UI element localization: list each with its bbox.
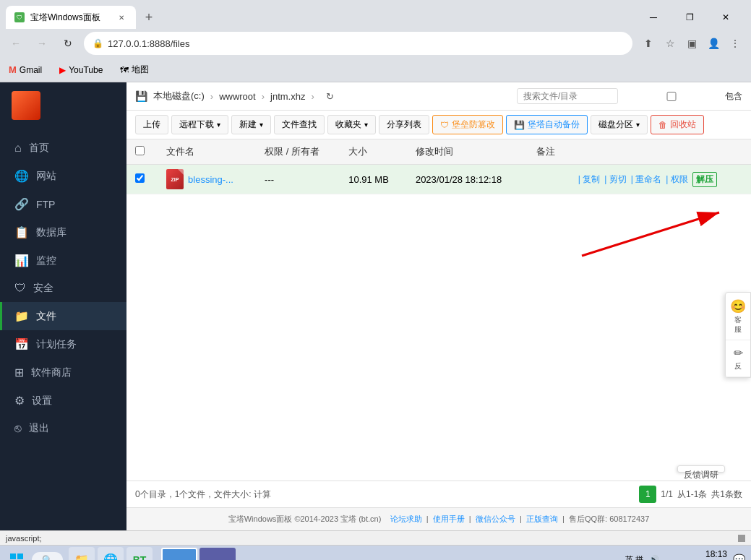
sidebar-item-label: 监控 (36, 254, 56, 267)
extension-icon[interactable]: ▣ (682, 33, 702, 53)
remote-download-button[interactable]: 远程下载 ▾ (171, 115, 228, 134)
license-link[interactable]: 正版查询 (526, 514, 558, 523)
drive-icon: 💾 (135, 90, 147, 102)
search-area: 包含 (517, 88, 742, 104)
tamper-proof-button[interactable]: 🛡 堡垒防篡改 (432, 115, 503, 134)
cron-icon: 📅 (14, 337, 29, 351)
cut-action[interactable]: | 剪切 (604, 173, 626, 186)
bookmark-maps[interactable]: 🗺 地图 (117, 62, 152, 77)
share-list-button[interactable]: 分享列表 (379, 115, 429, 134)
reload-button[interactable]: ↻ (58, 33, 78, 53)
status-text: javascript; (6, 534, 42, 543)
row-checkbox[interactable] (135, 173, 145, 183)
minimize-button[interactable]: ─ (637, 6, 670, 29)
search-input[interactable] (517, 88, 618, 104)
sidebar-item-store[interactable]: ⊞ 软件商店 (0, 358, 126, 387)
select-all-checkbox[interactable] (135, 146, 145, 155)
recycle-icon: 🗑 (658, 120, 667, 130)
recycle-button[interactable]: 🗑 回收站 (651, 115, 704, 134)
upload-button[interactable]: 上传 (135, 115, 168, 134)
preview-2[interactable] (199, 548, 236, 561)
notification-icon[interactable]: 💬 (733, 553, 745, 560)
page-count: 共1条数 (711, 488, 742, 501)
breadcrumb-folder[interactable]: jntm.xhz (270, 91, 305, 102)
include-checkbox[interactable] (621, 92, 722, 101)
logo-image (12, 91, 40, 120)
feedback-tooltip[interactable]: 反馈调研 (677, 465, 725, 473)
sidebar-item-database[interactable]: 📋 数据库 (0, 218, 126, 246)
maximize-button[interactable]: ❐ (673, 6, 706, 29)
profile-icon[interactable]: 👤 (703, 33, 724, 53)
disk-partition-button[interactable]: 磁盘分区 ▾ (591, 115, 648, 134)
find-button[interactable]: 文件查找 (274, 115, 325, 134)
maps-label: 地图 (132, 64, 149, 76)
taskbar-app-bt[interactable]: BT (126, 547, 153, 561)
qq-group: 售后QQ群: 608172437 (569, 514, 649, 523)
row-checkbox-cell[interactable] (126, 165, 158, 194)
sidebar-item-label: 计划任务 (36, 338, 77, 351)
customer-service-button[interactable]: 😊 客服 (726, 293, 750, 340)
row-note-cell (528, 165, 570, 194)
sidebar-item-monitor[interactable]: 📊 监控 (0, 246, 126, 275)
forward-button[interactable]: → (32, 33, 52, 53)
sidebar-item-label: 文件 (36, 310, 56, 323)
sidebar-item-label: 安全 (33, 282, 53, 295)
feedback-button[interactable]: ✏ 反 (726, 340, 750, 377)
bookmark-youtube[interactable]: ▶ YouTube (56, 64, 106, 77)
sidebar-item-files[interactable]: 📁 文件 (0, 302, 126, 330)
sidebar-item-ftp[interactable]: 🔗 FTP (0, 190, 126, 218)
page-current[interactable]: 1 (639, 486, 656, 503)
back-button[interactable]: ← (6, 33, 26, 53)
menu-icon[interactable]: ⋮ (725, 33, 745, 53)
copy-action[interactable]: | 复制 (578, 173, 600, 186)
sidebar-item-website[interactable]: 🌐 网站 (0, 162, 126, 190)
row-name-cell: ZIP blessing-... (158, 165, 256, 194)
bookmark-gmail[interactable]: M Gmail (6, 63, 45, 77)
speaker-icon[interactable]: 🔊 (649, 555, 659, 560)
forum-link[interactable]: 论坛求助 (390, 514, 422, 523)
favorites-button[interactable]: 收藏夹 ▾ (327, 115, 376, 134)
include-checkbox-area[interactable]: 包含 (621, 90, 742, 103)
files-icon: 📁 (14, 309, 29, 323)
wechat-link[interactable]: 微信公众号 (476, 514, 515, 523)
manual-link[interactable]: 使用手册 (433, 514, 465, 523)
taskbar-search[interactable]: 🔍 (32, 552, 63, 561)
permissions-action[interactable]: | 权限 (666, 173, 687, 186)
bt-icon: BT (133, 554, 147, 561)
refresh-button[interactable]: ↻ (326, 91, 334, 102)
table-row: ZIP blessing-... --- 10.91 MB 2023/01/28… (126, 165, 751, 194)
preview-1[interactable] (161, 548, 197, 561)
checkbox-header[interactable] (126, 139, 158, 165)
breadcrumb-wwwroot[interactable]: wwwroot (219, 91, 256, 102)
sidebar-item-settings[interactable]: ⚙ 设置 (0, 387, 126, 415)
tab-close-button[interactable]: ✕ (116, 12, 127, 23)
search-icon: 🔍 (42, 555, 53, 561)
right-float-panel: 😊 客服 ✏ 反 (725, 292, 751, 378)
new-button[interactable]: 新建 ▾ (231, 115, 271, 134)
share-icon[interactable]: ⬆ (638, 33, 658, 53)
new-tab-button[interactable]: + (139, 7, 159, 27)
start-button[interactable] (6, 549, 27, 561)
active-tab[interactable]: 🛡 宝塔Windows面板 ✕ (6, 6, 136, 29)
row-permissions-cell: --- (256, 165, 340, 194)
scrollbar-handle[interactable] (738, 535, 745, 542)
logout-icon: ⎋ (14, 422, 22, 435)
taskbar-file-explorer-icon: 📁 (74, 553, 89, 560)
sidebar-item-home[interactable]: ⌂ 首页 (0, 134, 126, 162)
sidebar-item-cron[interactable]: 📅 计划任务 (0, 330, 126, 358)
taskbar-app-1[interactable]: 📁 (69, 547, 95, 561)
close-button[interactable]: ✕ (709, 6, 742, 29)
fm-toolbar: 上传 远程下载 ▾ 新建 ▾ 文件查找 收藏夹 ▾ 分享列表 🛡 堡垒防篡改 💾… (126, 111, 751, 139)
bookmark-icon[interactable]: ☆ (660, 33, 680, 53)
address-input[interactable]: 🔒 127.0.0.1:8888/files (84, 32, 632, 55)
taskbar: 🔍 📁 🌐 BT 英 拼 🔊 18:13 C30 (0, 545, 751, 560)
rename-action[interactable]: | 重命名 (631, 173, 661, 186)
taskbar-app-chrome[interactable]: 🌐 (98, 547, 124, 561)
sidebar-logo (0, 82, 126, 129)
sidebar-item-logout[interactable]: ⎋ 退出 (0, 415, 126, 442)
sidebar-item-security[interactable]: 🛡 安全 (0, 275, 126, 302)
file-name[interactable]: blessing-... (188, 174, 233, 185)
extract-action[interactable]: 解压 (692, 172, 717, 187)
auto-backup-button[interactable]: 💾 堡塔自动备份 (506, 115, 588, 134)
breadcrumb-drive[interactable]: 本地磁盘(c:) (153, 90, 205, 103)
